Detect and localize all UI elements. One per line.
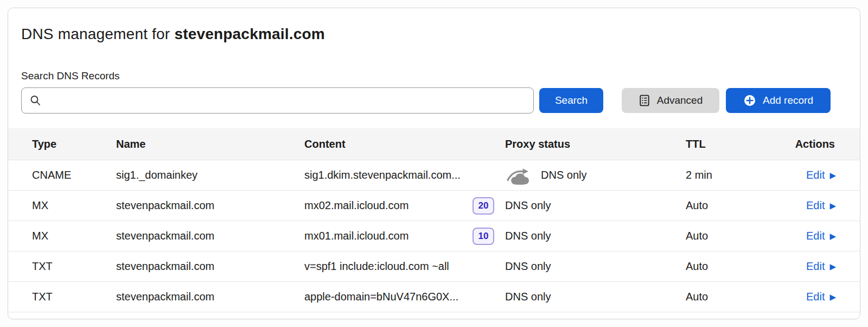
domain-name: stevenpackmail.com — [174, 26, 325, 42]
add-record-button-label: Add record — [763, 95, 813, 106]
table-row: TXT stevenpackmail.com apple-domain=bNuV… — [8, 282, 860, 312]
chevron-right-icon: ▶ — [829, 171, 836, 179]
proxy-status-text: DNS only — [505, 291, 551, 303]
chevron-right-icon: ▶ — [829, 202, 836, 210]
edit-button-label: Edit — [806, 169, 825, 181]
search-icon — [29, 95, 41, 106]
record-name: stevenpackmail.com — [116, 260, 304, 273]
dns-management-card: DNS management for stevenpackmail.com Se… — [8, 8, 860, 319]
proxy-status-text: DNS only — [505, 199, 551, 212]
chevron-right-icon: ▶ — [829, 293, 836, 301]
page-title-prefix: DNS management for — [21, 26, 174, 42]
record-name: sig1._domainkey — [116, 169, 304, 181]
record-type: CNAME — [32, 169, 116, 181]
record-content-text: mx01.mail.icloud.com — [304, 230, 409, 242]
edit-button[interactable]: Edit ▶ — [806, 230, 836, 242]
edit-button-label: Edit — [806, 230, 825, 242]
record-proxy-status: DNS only — [505, 291, 676, 303]
chevron-right-icon: ▶ — [829, 232, 836, 240]
page-title: DNS management for stevenpackmail.com — [21, 26, 847, 43]
proxy-status-text: DNS only — [505, 230, 551, 242]
record-content: mx02.mail.icloud.com 20 — [304, 197, 505, 215]
advanced-button[interactable]: Advanced — [622, 88, 719, 113]
proxy-status-text: DNS only — [505, 260, 551, 273]
advanced-list-icon — [639, 95, 650, 106]
record-ttl: 2 min — [676, 169, 755, 181]
add-record-button[interactable]: Add record — [726, 88, 831, 113]
edit-button[interactable]: Edit ▶ — [806, 169, 836, 181]
column-header-type: Type — [32, 138, 116, 150]
record-proxy-status: DNS only — [505, 230, 676, 242]
edit-button-label: Edit — [806, 291, 825, 303]
controls-row: Search Advanced Add record — [21, 87, 847, 114]
record-name: stevenpackmail.com — [116, 199, 304, 212]
record-proxy-status: DNS only — [505, 199, 676, 212]
plus-circle-icon — [743, 94, 756, 107]
chevron-right-icon: ▶ — [829, 262, 836, 271]
table-row: CNAME sig1._domainkey sig1.dkim.stevenpa… — [8, 160, 860, 191]
record-content-text: apple-domain=bNuV47n6G0X... — [304, 291, 458, 303]
record-content-text: mx02.mail.icloud.com — [304, 199, 409, 212]
record-content-text: sig1.dkim.stevenpackmail.com... — [304, 169, 461, 181]
record-content-text: v=spf1 include:icloud.com ~all — [304, 260, 449, 273]
edit-button[interactable]: Edit ▶ — [806, 291, 836, 303]
search-button[interactable]: Search — [539, 88, 603, 113]
table-row: MX stevenpackmail.com mx02.mail.icloud.c… — [8, 191, 860, 221]
record-name: stevenpackmail.com — [116, 291, 304, 303]
proxy-status-text: DNS only — [541, 169, 586, 181]
record-content: v=spf1 include:icloud.com ~all — [304, 260, 505, 273]
record-ttl: Auto — [676, 199, 755, 212]
dns-only-cloud-icon — [505, 165, 531, 186]
record-proxy-status: DNS only — [505, 165, 676, 186]
record-ttl: Auto — [676, 230, 755, 242]
record-type: MX — [32, 230, 116, 242]
table-row: MX stevenpackmail.com mx01.mail.icloud.c… — [8, 221, 860, 251]
record-content: sig1.dkim.stevenpackmail.com... — [304, 169, 505, 181]
record-ttl: Auto — [676, 260, 755, 273]
edit-button[interactable]: Edit ▶ — [806, 199, 836, 212]
priority-badge: 10 — [473, 228, 494, 245]
record-type: MX — [32, 199, 116, 212]
record-proxy-status: DNS only — [505, 260, 676, 273]
record-content: mx01.mail.icloud.com 10 — [304, 228, 505, 245]
search-box[interactable] — [21, 87, 534, 114]
record-content: apple-domain=bNuV47n6G0X... — [304, 291, 505, 303]
table-row: TXT stevenpackmail.com v=spf1 include:ic… — [8, 251, 860, 282]
dns-records-table: Type Name Content Proxy status TTL Actio… — [8, 128, 860, 312]
record-name: stevenpackmail.com — [116, 230, 304, 242]
edit-button-label: Edit — [806, 260, 825, 273]
column-header-ttl: TTL — [676, 138, 755, 150]
search-input[interactable] — [47, 95, 526, 106]
column-header-proxy-status: Proxy status — [505, 138, 676, 150]
table-body: CNAME sig1._domainkey sig1.dkim.stevenpa… — [8, 160, 860, 312]
priority-badge: 20 — [473, 197, 494, 215]
column-header-actions: Actions — [755, 138, 836, 150]
record-type: TXT — [32, 291, 116, 303]
column-header-content: Content — [304, 138, 505, 150]
table-header-row: Type Name Content Proxy status TTL Actio… — [8, 128, 860, 160]
record-type: TXT — [32, 260, 116, 273]
edit-button[interactable]: Edit ▶ — [806, 260, 836, 273]
record-ttl: Auto — [676, 291, 755, 303]
advanced-button-label: Advanced — [657, 95, 703, 106]
edit-button-label: Edit — [806, 199, 825, 212]
column-header-name: Name — [116, 138, 304, 150]
search-label: Search DNS Records — [21, 70, 847, 82]
